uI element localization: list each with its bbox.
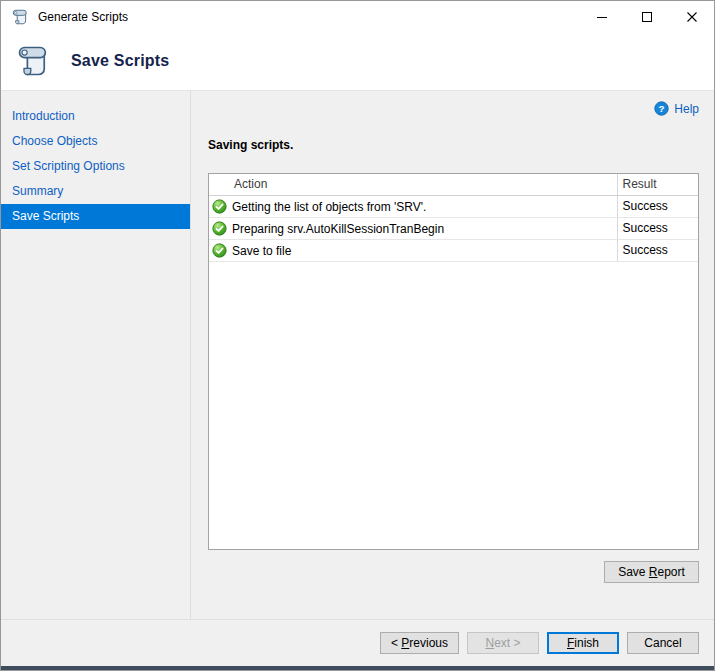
close-button[interactable] [669, 1, 714, 32]
close-icon [687, 12, 697, 22]
footer-button-bar: < Previous Next > Finish Cancel [1, 619, 714, 666]
table-header-row: Action Result [209, 174, 698, 195]
success-check-icon [212, 243, 227, 258]
generate-scripts-window: Generate Scripts Save Scripts Introducti… [0, 0, 715, 671]
svg-text:?: ? [659, 103, 665, 114]
result-text: Success [617, 217, 698, 239]
save-report-button[interactable]: Save Report [604, 561, 699, 583]
next-button: Next > [467, 632, 539, 654]
sidebar-item-summary[interactable]: Summary [1, 179, 190, 204]
status-text: Saving scripts. [208, 138, 699, 152]
script-scroll-icon [11, 8, 29, 26]
main-area: Introduction Choose Objects Set Scriptin… [1, 91, 714, 619]
action-text: Getting the list of objects from 'SRV'. [232, 200, 426, 214]
result-text: Success [617, 239, 698, 261]
maximize-button[interactable] [624, 1, 669, 32]
table-row: Preparing srv.AutoKillSessionTranBegin S… [209, 217, 698, 239]
script-scroll-icon [15, 43, 51, 79]
minimize-button[interactable] [579, 1, 624, 32]
help-question-icon: ? [654, 101, 669, 116]
progress-report-panel: Action Result Getting the list of object… [208, 173, 699, 550]
help-link[interactable]: ? Help [654, 101, 699, 116]
maximize-icon [642, 12, 652, 22]
previous-button[interactable]: < Previous [380, 632, 459, 654]
sidebar-item-set-scripting-options[interactable]: Set Scripting Options [1, 154, 190, 179]
minimize-icon [597, 12, 607, 22]
content-panel: ? Help Saving scripts. Action Result [191, 91, 714, 619]
wizard-steps-sidebar: Introduction Choose Objects Set Scriptin… [1, 91, 191, 619]
progress-table: Action Result Getting the list of object… [209, 174, 698, 262]
window-bottom-border [1, 666, 714, 670]
sidebar-item-introduction[interactable]: Introduction [1, 104, 190, 129]
save-report-row: Save Report [208, 561, 699, 583]
table-row: Save to file Success [209, 239, 698, 261]
table-row: Getting the list of objects from 'SRV'. … [209, 195, 698, 217]
window-title: Generate Scripts [38, 10, 128, 24]
column-header-action: Action [209, 174, 617, 195]
cancel-button[interactable]: Cancel [627, 632, 699, 654]
page-title: Save Scripts [71, 52, 169, 70]
sidebar-item-save-scripts[interactable]: Save Scripts [1, 204, 190, 229]
window-controls [579, 1, 714, 32]
action-text: Preparing srv.AutoKillSessionTranBegin [232, 222, 444, 236]
help-label: Help [674, 102, 699, 116]
wizard-header: Save Scripts [1, 32, 714, 91]
sidebar-item-choose-objects[interactable]: Choose Objects [1, 129, 190, 154]
success-check-icon [212, 199, 227, 214]
column-header-result: Result [617, 174, 698, 195]
help-row: ? Help [208, 100, 699, 117]
finish-button[interactable]: Finish [547, 632, 619, 654]
result-text: Success [617, 195, 698, 217]
success-check-icon [212, 221, 227, 236]
action-text: Save to file [232, 244, 291, 258]
titlebar[interactable]: Generate Scripts [1, 1, 714, 32]
